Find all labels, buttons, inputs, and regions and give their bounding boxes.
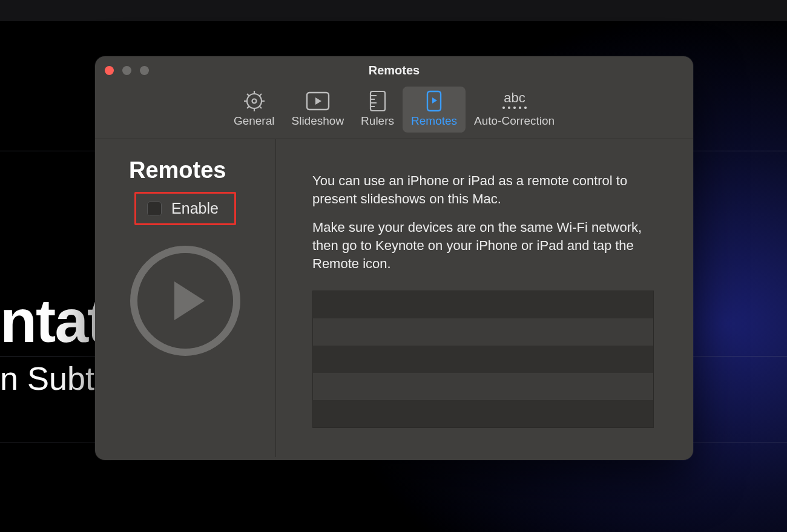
play-triangle-icon — [174, 281, 205, 320]
svg-rect-12 — [370, 91, 385, 111]
svg-line-8 — [247, 107, 249, 109]
svg-point-1 — [252, 99, 256, 103]
svg-line-6 — [247, 94, 249, 96]
svg-line-9 — [259, 94, 262, 96]
svg-marker-18 — [432, 97, 437, 103]
tab-label: Slideshow — [292, 114, 344, 128]
abc-icon: abc — [495, 90, 534, 112]
device-row[interactable] — [313, 400, 653, 427]
svg-line-7 — [259, 107, 262, 109]
svg-point-22 — [513, 107, 515, 108]
svg-point-0 — [247, 94, 262, 108]
phone-remote-icon — [426, 90, 442, 112]
tab-label: General — [234, 114, 275, 128]
svg-point-20 — [502, 107, 504, 108]
window-title: Remotes — [95, 64, 693, 77]
preferences-window: Remotes General Slideshow Rulers Remot — [95, 56, 693, 460]
svg-point-21 — [508, 107, 509, 108]
svg-text:abc: abc — [504, 90, 525, 105]
svg-point-24 — [524, 107, 525, 108]
device-row[interactable] — [313, 318, 653, 346]
enable-checkbox[interactable] — [147, 202, 162, 216]
description-paragraph-1: You can use an iPhone or iPad as a remot… — [312, 172, 657, 208]
remote-devices-list[interactable] — [312, 291, 654, 428]
window-titlebar[interactable]: Remotes — [95, 56, 693, 84]
enable-remotes-row[interactable]: Enable — [134, 192, 236, 225]
tab-slideshow[interactable]: Slideshow — [283, 87, 353, 133]
device-row[interactable] — [313, 291, 653, 318]
gear-icon — [243, 90, 265, 112]
description-paragraph-2: Make sure your devices are on the same W… — [312, 218, 657, 272]
tab-general[interactable]: General — [225, 87, 283, 133]
tab-label: Auto-Correction — [474, 114, 555, 128]
tab-label: Remotes — [411, 114, 457, 128]
slide-subtitle-fragment: n Subti — [0, 362, 102, 395]
ruler-icon — [367, 90, 389, 112]
tab-autocorrection[interactable]: abc Auto-Correction — [466, 87, 563, 133]
preferences-toolbar: General Slideshow Rulers Remotes abc Aut… — [95, 84, 693, 139]
play-circle-icon — [130, 246, 240, 356]
preferences-content: Remotes Enable You can use an iPhone or … — [95, 139, 693, 457]
device-row[interactable] — [313, 373, 653, 400]
app-menubar-area — [0, 0, 787, 21]
tab-remotes[interactable]: Remotes — [403, 87, 466, 133]
device-row[interactable] — [313, 346, 653, 373]
remotes-sidebar: Remotes Enable — [95, 139, 276, 457]
enable-label: Enable — [171, 200, 219, 217]
play-rect-icon — [306, 90, 330, 112]
slide-title-fragment: ntat — [0, 291, 106, 351]
sidebar-heading: Remotes — [129, 157, 226, 183]
tab-rulers[interactable]: Rulers — [352, 87, 403, 133]
svg-point-23 — [519, 107, 520, 108]
remotes-main-panel: You can use an iPhone or iPad as a remot… — [276, 139, 693, 457]
svg-marker-11 — [315, 97, 321, 105]
tab-label: Rulers — [361, 114, 394, 128]
